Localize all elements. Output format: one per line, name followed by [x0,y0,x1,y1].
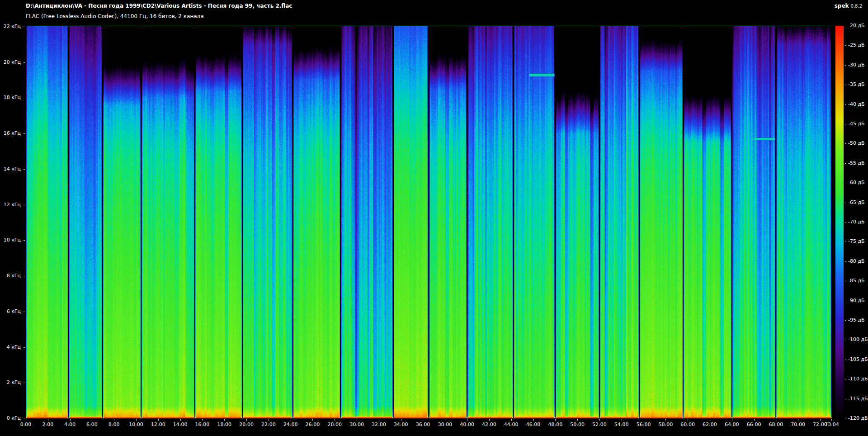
time-tick [269,419,269,421]
time-tick [732,419,732,421]
time-tick-label: 56:00 [637,422,651,428]
time-tick [92,419,92,421]
time-tick-label: 64:00 [725,422,739,428]
time-tick [665,419,666,421]
time-tick [136,419,137,421]
legend-tick [845,104,846,105]
legend-tick-label: -65 дБ [848,199,865,206]
time-tick-label: 54:00 [614,422,629,428]
time-tick [401,419,401,421]
time-tick-label: 8:00 [108,422,120,428]
freq-tick [24,62,25,63]
freq-tick [24,276,25,276]
legend-tick [845,418,846,418]
legend-tick [845,26,846,26]
time-tick-label: 48:00 [548,422,562,428]
time-tick [710,419,710,421]
time-tick [622,419,622,421]
time-tick-label: 42:00 [482,422,496,428]
legend-tick-label: -25 дБ [848,42,865,48]
time-tick [48,419,48,421]
time-tick [312,419,313,421]
legend-tick-label: -40 дБ [848,101,865,108]
time-tick [114,419,114,421]
time-tick [831,419,832,421]
app-brand: spek0.8.2 [835,3,862,9]
freq-tick-label: 18 кГц [4,95,21,101]
legend-tick [845,203,846,203]
legend-tick-label: -60 дБ [848,180,865,186]
legend-tick [845,340,846,340]
legend-tick-label: -95 дБ [848,317,865,323]
time-tick-label: 68:00 [769,422,783,428]
legend-scale: -20 дБ-25 дБ-30 дБ-35 дБ-40 дБ-45 дБ-50 … [846,26,868,418]
time-tick-label: 46:00 [526,422,541,428]
time-tick-label: 24:00 [283,422,298,428]
legend-tick-label: -50 дБ [848,140,865,147]
freq-tick [24,240,25,241]
time-tick-label: 10:00 [129,422,143,428]
time-tick-label: 32:00 [372,422,386,428]
time-tick [820,419,821,421]
freq-tick-label: 22 кГц [4,24,21,30]
time-axis: 0:002:004:006:008:0010:0012:0014:0016:00… [26,418,832,432]
app-version: 0.8.2 [851,4,862,9]
file-path-title: D:\Антициклон\VA - Песня года 1999\CD2\V… [26,3,292,9]
legend-tick [845,281,846,281]
legend-tick [845,222,846,223]
legend-tick-label: -20 дБ [848,23,865,29]
time-tick [489,419,490,421]
time-tick-label: 20:00 [239,422,254,428]
legend-tick [845,85,846,85]
time-tick [202,419,203,421]
freq-tick [24,27,25,27]
time-tick [70,419,71,421]
time-tick [246,419,247,421]
time-tick [224,419,225,421]
time-tick-label: 28:00 [327,422,342,428]
time-tick-label: 16:00 [195,422,210,428]
time-tick [291,419,291,421]
freq-tick-label: 10 кГц [4,237,21,243]
legend-tick-label: -70 дБ [848,219,865,225]
time-tick [335,419,335,421]
time-tick-label: 4:00 [64,422,75,428]
time-tick [511,419,512,421]
freq-tick [24,205,25,205]
freq-tick-label: 16 кГц [4,130,21,137]
time-tick-label: 66:00 [747,422,761,428]
legend-tick [845,65,846,66]
freq-tick [24,169,25,170]
time-tick [644,419,644,421]
legend-tick-label: -45 дБ [848,121,865,127]
freq-tick-label: 0 кГц [7,415,21,422]
freq-tick-label: 4 кГц [7,344,21,351]
time-tick [555,419,556,421]
freq-tick-label: 2 кГц [7,379,21,386]
legend-tick-label: -80 дБ [848,258,865,265]
legend-tick-label: -100 дБ [848,336,868,343]
time-tick-label: 73:04 [825,422,839,428]
freq-tick-label: 6 кГц [7,308,21,315]
time-tick-label: 30:00 [349,422,364,428]
legend-tick [845,124,846,124]
time-tick [776,419,776,421]
freq-tick [24,98,25,98]
frequency-axis: 22 кГц20 кГц18 кГц16 кГц14 кГц12 кГц10 к… [0,26,26,418]
legend-tick-label: -30 дБ [848,62,865,68]
legend-tick [845,242,846,242]
legend-tick-label: -105 дБ [848,356,868,363]
time-tick [445,419,445,421]
time-tick-label: 44:00 [504,422,519,428]
legend-gradient [835,26,844,418]
freq-tick [24,383,25,383]
time-tick-label: 22:00 [261,422,276,428]
legend-tick-label: -120 дБ [848,415,868,422]
time-tick-label: 14:00 [173,422,188,428]
freq-tick [24,347,25,348]
time-tick [379,419,379,421]
time-tick [423,419,423,421]
time-tick-label: 58:00 [658,422,673,428]
legend-tick-label: -85 дБ [848,278,865,284]
legend-tick-label: -55 дБ [848,160,865,166]
